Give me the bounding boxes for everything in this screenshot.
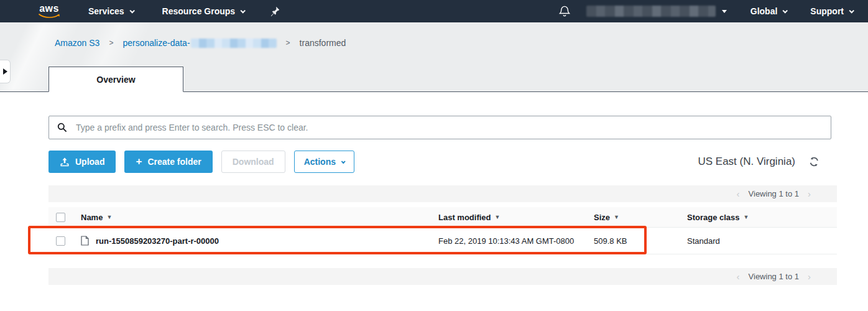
column-header-size-label: Size: [594, 213, 610, 222]
chevron-down-icon: [849, 8, 854, 13]
triangle-right-icon: [3, 68, 7, 75]
search-input[interactable]: [75, 122, 824, 133]
top-navigation-bar: aws Services Resource Groups Global: [0, 0, 868, 22]
download-button[interactable]: Download: [221, 151, 285, 173]
file-icon: [81, 236, 89, 246]
objects-table: Name ▼ Last modified ▼ Size ▼ Storage cl…: [48, 207, 837, 254]
notifications-button[interactable]: [559, 5, 570, 17]
create-folder-button-label: Create folder: [147, 157, 201, 167]
caret-down-icon: [722, 10, 727, 13]
column-header-last-modified-label: Last modified: [438, 213, 491, 222]
column-header-storage-class[interactable]: Storage class ▼: [687, 213, 837, 222]
upload-button[interactable]: Upload: [48, 151, 116, 173]
breadcrumb-separator: >: [286, 39, 290, 47]
chevron-down-icon: [241, 8, 246, 13]
actions-dropdown-button[interactable]: Actions: [294, 151, 354, 173]
refresh-button[interactable]: [809, 157, 820, 167]
breadcrumb: Amazon S3 > personalize-data- > transfor…: [55, 38, 346, 48]
sort-arrow-icon: ▼: [744, 214, 749, 220]
row-checkbox[interactable]: [56, 236, 65, 246]
column-header-size[interactable]: Size ▼: [594, 213, 687, 222]
pagination-bar-bottom: ‹ Viewing 1 to 1 ›: [48, 268, 837, 285]
aws-logo-text: aws: [39, 4, 59, 14]
breadcrumb-separator: >: [109, 39, 113, 47]
object-last-modified: Feb 22, 2019 10:13:43 AM GMT-0800: [438, 236, 594, 246]
sort-arrow-icon: ▼: [495, 214, 501, 220]
previous-page-icon[interactable]: ‹: [737, 272, 740, 281]
nav-resource-groups-menu[interactable]: Resource Groups: [162, 6, 244, 16]
expand-sidebar-handle[interactable]: [0, 60, 11, 83]
column-header-last-modified[interactable]: Last modified ▼: [438, 213, 594, 222]
nav-services-menu[interactable]: Services: [88, 6, 134, 16]
breadcrumb-amazon-s3-link[interactable]: Amazon S3: [55, 38, 99, 48]
bucket-name-redacted: [191, 39, 277, 48]
plus-icon: +: [136, 156, 142, 167]
tab-overview-label: Overview: [96, 75, 135, 85]
breadcrumb-bucket-prefix: personalize-data-: [122, 38, 190, 48]
previous-page-icon[interactable]: ‹: [737, 189, 740, 198]
nav-resource-groups-label: Resource Groups: [162, 6, 235, 16]
column-header-storage-class-label: Storage class: [687, 213, 740, 222]
search-icon: [57, 123, 67, 132]
aws-logo[interactable]: aws: [39, 4, 60, 19]
page-header-band: Amazon S3 > personalize-data- > transfor…: [0, 22, 868, 92]
object-name-link[interactable]: run-1550859203270-part-r-00000: [81, 236, 438, 246]
column-header-name-label: Name: [81, 213, 103, 222]
chevron-down-icon: [783, 8, 788, 13]
refresh-icon: [809, 157, 820, 167]
table-header-row: Name ▼ Last modified ▼ Size ▼ Storage cl…: [48, 207, 837, 228]
aws-smile-icon: [39, 14, 60, 19]
actions-button-label: Actions: [304, 157, 336, 167]
pushpin-icon: [270, 6, 280, 17]
content-area: Upload + Create folder Download Actions …: [0, 92, 868, 285]
object-storage-class: Standard: [687, 236, 837, 246]
select-all-checkbox[interactable]: [56, 213, 65, 222]
viewing-count-label: Viewing 1 to 1: [749, 272, 799, 281]
account-name-redacted[interactable]: [586, 6, 716, 17]
sort-arrow-icon: ▼: [106, 214, 112, 220]
upload-icon: [60, 157, 70, 167]
bell-icon: [559, 5, 570, 17]
nav-right-group: Global Support: [559, 5, 853, 17]
sort-arrow-icon: ▼: [614, 214, 619, 220]
tab-overview[interactable]: Overview: [48, 67, 183, 92]
region-label: US East (N. Virginia): [698, 156, 795, 168]
breadcrumb-current-folder: transformed: [300, 38, 346, 48]
toolbar: Upload + Create folder Download Actions …: [48, 151, 837, 173]
next-page-icon[interactable]: ›: [808, 189, 811, 198]
nav-support-menu[interactable]: Support: [810, 6, 853, 16]
object-size: 509.8 KB: [594, 236, 687, 246]
table-row: run-1550859203270-part-r-00000 Feb 22, 2…: [48, 228, 837, 254]
download-button-label: Download: [233, 157, 274, 167]
chevron-down-icon: [341, 159, 346, 164]
prefix-search-bar: [48, 116, 831, 139]
object-name-label: run-1550859203270-part-r-00000: [96, 236, 219, 246]
nav-services-label: Services: [88, 6, 124, 16]
chevron-down-icon: [129, 8, 134, 13]
breadcrumb-bucket-link[interactable]: personalize-data-: [122, 38, 276, 48]
nav-support-label: Support: [810, 6, 844, 16]
column-header-name[interactable]: Name ▼: [81, 213, 438, 222]
nav-region-menu[interactable]: Global: [750, 6, 787, 16]
create-folder-button[interactable]: + Create folder: [124, 151, 212, 173]
pin-shortcut-button[interactable]: [270, 6, 280, 17]
upload-button-label: Upload: [75, 157, 104, 167]
pagination-bar-top: ‹ Viewing 1 to 1 ›: [48, 185, 837, 202]
next-page-icon[interactable]: ›: [808, 272, 811, 281]
viewing-count-label: Viewing 1 to 1: [749, 189, 799, 198]
nav-region-label: Global: [750, 6, 778, 16]
